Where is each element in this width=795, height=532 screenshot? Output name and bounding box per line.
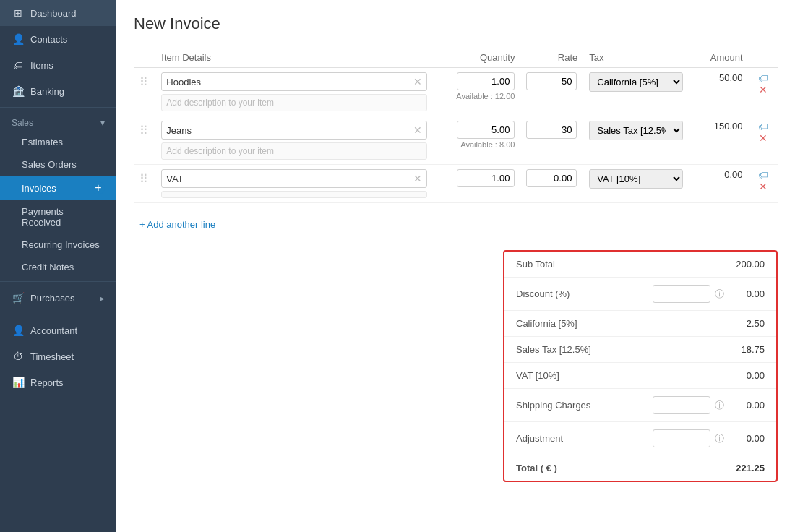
qty-wrap	[439, 169, 515, 187]
sidebar-item-credit-notes[interactable]: Credit Notes	[0, 256, 116, 278]
item-details-cell: VAT ✕	[155, 165, 433, 203]
tag-icon[interactable]: 🏷	[758, 169, 768, 181]
tax-select[interactable]: Sales Tax [12.5%]	[589, 121, 683, 140]
sales-tax-value: 18.75	[729, 344, 765, 355]
discount-value: 0.00	[729, 288, 765, 299]
estimates-label: Estimates	[22, 137, 63, 147]
qty-cell: Available : 8.00	[433, 116, 520, 165]
summary-discount-row: Discount (%) ⓘ 0.00	[504, 278, 776, 311]
sidebar-item-purchases[interactable]: 🛒 Purchases ▸	[0, 285, 116, 311]
amount-cell: 0.00	[690, 165, 749, 203]
tag-icon[interactable]: 🏷	[758, 121, 768, 132]
sidebar-item-accountant[interactable]: 👤 Accountant	[0, 317, 116, 343]
sidebar-item-label: Contacts	[30, 34, 67, 45]
sidebar-item-timesheet[interactable]: ⏱ Timesheet	[0, 343, 116, 369]
tax-select[interactable]: VAT [10%]	[589, 169, 683, 189]
adjustment-info-icon[interactable]: ⓘ	[715, 432, 724, 445]
discount-info-icon[interactable]: ⓘ	[715, 288, 724, 301]
summary-california-row: California [5%] 2.50	[504, 311, 776, 337]
col-header-amount: Amount	[690, 48, 749, 68]
rate-cell	[520, 116, 583, 165]
sidebar-item-estimates[interactable]: Estimates	[0, 131, 116, 153]
discount-input[interactable]	[653, 285, 710, 303]
item-clear-button[interactable]: ✕	[413, 124, 422, 136]
delete-icon[interactable]: ✕	[759, 132, 768, 144]
vat-label: VAT [10%]	[516, 370, 723, 381]
california-label: California [5%]	[516, 318, 723, 329]
delete-icon[interactable]: ✕	[759, 84, 768, 95]
vat-value: 0.00	[729, 370, 765, 381]
rate-input[interactable]	[526, 72, 577, 90]
add-invoice-button[interactable]: +	[92, 181, 105, 194]
sidebar-item-recurring-invoices[interactable]: Recurring Invoices	[0, 233, 116, 256]
payments-label: Payments Received	[22, 206, 105, 228]
drag-handle[interactable]: ⠿	[134, 165, 155, 203]
drag-handle[interactable]: ⠿	[134, 68, 155, 116]
items-icon: 🏷	[12, 59, 25, 71]
subtotal-label: Sub Total	[516, 259, 723, 270]
item-clear-button[interactable]: ✕	[413, 173, 422, 184]
item-name-wrap: Hoodies ✕	[161, 72, 427, 91]
qty-wrap: Available : 8.00	[439, 121, 515, 149]
sidebar-item-label: Items	[30, 60, 53, 71]
table-row: ⠿ VAT ✕ VAT [10%]	[134, 165, 778, 203]
tax-cell: VAT [10%]	[583, 165, 689, 203]
sidebar-item-dashboard[interactable]: ⊞ Dashboard	[0, 0, 116, 26]
item-name-wrap: VAT ✕	[161, 169, 427, 188]
item-description[interactable]	[161, 191, 427, 198]
shipping-input[interactable]	[653, 396, 710, 414]
amount-value: 150.00	[714, 121, 743, 132]
rate-input[interactable]	[526, 121, 577, 139]
total-value: 221.25	[729, 463, 765, 473]
sidebar-item-payments-received[interactable]: Payments Received	[0, 200, 116, 233]
summary-total-row: Total ( € ) 221.25	[504, 455, 776, 481]
tax-cell: Sales Tax [12.5%]	[583, 116, 689, 165]
sidebar-item-items[interactable]: 🏷 Items	[0, 52, 116, 78]
sidebar-item-reports[interactable]: 📊 Reports	[0, 369, 116, 395]
purchases-icon: 🛒	[12, 292, 25, 304]
item-name: Jeans	[166, 125, 413, 136]
banking-icon: 🏦	[12, 85, 25, 97]
col-header-tax: Tax	[583, 48, 689, 68]
available-text: Available : 8.00	[460, 140, 515, 149]
actions-cell: 🏷 ✕	[749, 165, 778, 203]
sidebar-item-sales-orders[interactable]: Sales Orders	[0, 153, 116, 176]
qty-wrap: Available : 12.00	[439, 72, 515, 100]
add-line-button[interactable]: + Add another line	[134, 212, 221, 237]
quantity-input[interactable]	[457, 121, 515, 139]
reports-label: Reports	[30, 377, 64, 388]
quantity-input[interactable]	[457, 169, 515, 187]
accountant-label: Accountant	[30, 325, 77, 336]
adjustment-input[interactable]	[653, 429, 710, 447]
total-label: Total ( € )	[516, 463, 723, 473]
timesheet-icon: ⏱	[12, 351, 25, 362]
shipping-info-icon[interactable]: ⓘ	[715, 399, 724, 412]
sidebar-item-banking[interactable]: 🏦 Banking	[0, 78, 116, 104]
tax-select[interactable]: California [5%]	[589, 72, 683, 92]
drag-handle[interactable]: ⠿	[134, 116, 155, 165]
adjustment-value: 0.00	[729, 433, 765, 444]
rate-input[interactable]	[526, 169, 577, 187]
adjustment-input-wrap: ⓘ 0.00	[653, 429, 765, 447]
summary-shipping-row: Shipping Charges ⓘ 0.00	[504, 389, 776, 422]
quantity-input[interactable]	[457, 72, 515, 90]
item-description[interactable]: Add description to your item	[161, 94, 427, 111]
contacts-icon: 👤	[12, 33, 25, 45]
discount-label: Discount (%)	[516, 288, 647, 299]
sidebar: ⊞ Dashboard 👤 Contacts 🏷 Items 🏦 Banking…	[0, 0, 116, 532]
sidebar-item-invoices[interactable]: Invoices +	[0, 176, 116, 200]
sales-section-label: Sales	[12, 118, 33, 128]
purchases-label: Purchases	[30, 293, 74, 304]
sidebar-item-contacts[interactable]: 👤 Contacts	[0, 26, 116, 52]
sales-tax-label: Sales Tax [12.5%]	[516, 344, 723, 355]
tag-icon[interactable]: 🏷	[758, 72, 768, 84]
col-header-item-details: Item Details	[155, 48, 433, 68]
summary-sales-tax-row: Sales Tax [12.5%] 18.75	[504, 337, 776, 363]
dashboard-icon: ⊞	[12, 7, 25, 19]
item-clear-button[interactable]: ✕	[413, 76, 422, 87]
item-description[interactable]: Add description to your item	[161, 142, 427, 160]
timesheet-label: Timesheet	[30, 351, 74, 362]
delete-icon[interactable]: ✕	[759, 181, 768, 192]
amount-value: 0.00	[724, 169, 742, 180]
invoices-label: Invoices	[22, 183, 56, 194]
